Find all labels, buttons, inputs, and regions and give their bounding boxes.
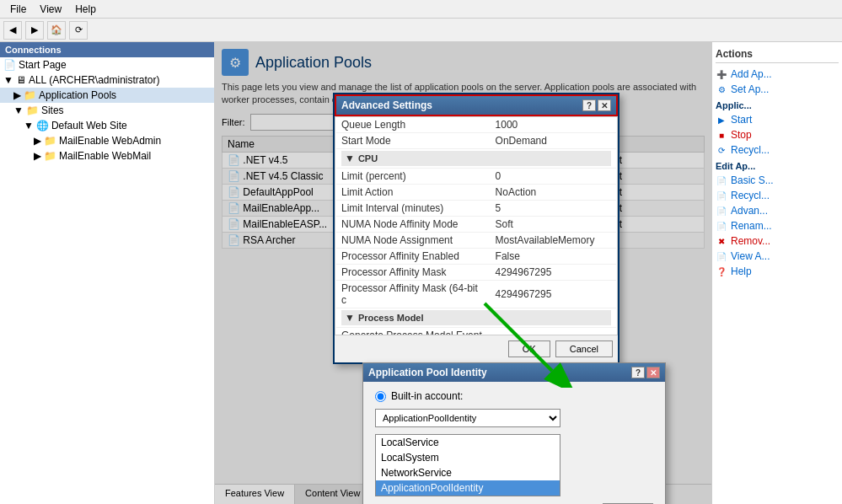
- action-add-app[interactable]: ➕ Add Ap...: [716, 67, 839, 82]
- settings-row: Processor Affinity Mask (64-bit c 429496…: [336, 281, 616, 308]
- help-icon: ❓: [716, 265, 727, 277]
- expand-icon: ▼: [3, 74, 13, 86]
- builtin-label: Built-in account:: [391, 390, 463, 402]
- doc-icon3: 📄: [716, 205, 727, 217]
- dialog-controls: ? ✕: [582, 99, 611, 111]
- settings-row: Limit Action NoAction: [336, 185, 616, 201]
- settings-row: Queue Length 1000: [336, 117, 616, 133]
- expand-icon: ▼: [13, 105, 24, 116]
- identity-dialog: Application Pool Identity ? ✕ Built-in a…: [362, 362, 666, 504]
- doc-icon2: 📄: [716, 190, 727, 201]
- remove-icon: ✖: [716, 235, 727, 247]
- doc-icon5: 📄: [716, 250, 727, 262]
- advanced-settings-dialog: Advanced Settings ? ✕ Queue Length 1000 …: [333, 93, 619, 364]
- home-button[interactable]: 🏠: [47, 21, 66, 40]
- advanced-settings-title-bar: Advanced Settings ? ✕: [335, 94, 618, 116]
- advanced-ok-button[interactable]: OK: [508, 340, 550, 357]
- list-item-apppoolidentity[interactable]: ApplicationPoolIdentity: [376, 480, 560, 496]
- action-view-apps[interactable]: 📄 View A...: [716, 249, 839, 264]
- settings-section-process: ▼ Process Model: [336, 308, 616, 328]
- actions-panel: Actions ➕ Add Ap... ⚙ Set Ap... Applic..…: [711, 42, 842, 504]
- settings-row: Generate Process Model Event I...: [336, 328, 616, 336]
- page-icon: 📄: [3, 59, 16, 71]
- settings-table: Queue Length 1000 Start Mode OnDemand ▼ …: [335, 117, 617, 335]
- refresh-button[interactable]: ⟳: [69, 21, 88, 40]
- globe-icon: 🌐: [36, 120, 49, 131]
- identity-dialog-controls: ? ✕: [631, 367, 660, 378]
- identity-body: Built-in account: LocalServiceLocalSyste…: [363, 382, 665, 504]
- settings-scroll[interactable]: Queue Length 1000 Start Mode OnDemand ▼ …: [335, 116, 618, 335]
- folder-icon: 📁: [26, 105, 39, 116]
- identity-help-button[interactable]: ?: [631, 367, 645, 378]
- settings-row: Limit (percent) 0: [336, 169, 616, 185]
- settings-row: NUMA Node Affinity Mode Soft: [336, 217, 616, 233]
- menu-view[interactable]: View: [33, 2, 68, 17]
- builtin-radio[interactable]: [375, 391, 386, 402]
- list-item-networkservice[interactable]: NetworkService: [376, 465, 560, 480]
- stop-icon: ■: [716, 129, 727, 141]
- folder-icon: 📁: [44, 135, 56, 147]
- section-title-applic: Applic...: [716, 97, 839, 112]
- advanced-settings-title: Advanced Settings: [341, 99, 432, 111]
- identity-title: Application Pool Identity: [368, 367, 487, 378]
- sidebar-item-app-pools[interactable]: ▶ 📁 Application Pools: [0, 88, 214, 103]
- settings-row: Start Mode OnDemand: [336, 133, 616, 149]
- dropdown-row: LocalServiceLocalSystemNetworkServiceApp…: [375, 409, 653, 427]
- settings-row: NUMA Node Assignment MostAvailableMemory: [336, 233, 616, 249]
- doc-icon: 📄: [716, 174, 727, 186]
- advanced-cancel-button[interactable]: Cancel: [555, 340, 613, 357]
- content-area: ⚙ Application Pools This page lets you v…: [215, 42, 711, 504]
- identity-close-button[interactable]: ✕: [646, 367, 660, 378]
- list-item-localsystem[interactable]: LocalSystem: [376, 450, 560, 465]
- action-remove[interactable]: ✖ Remov...: [716, 233, 839, 249]
- action-advanced[interactable]: 📄 Advan...: [716, 203, 839, 218]
- sidebar-item-sites[interactable]: ▼ 📁 Sites: [0, 103, 214, 118]
- builtin-account-dropdown[interactable]: LocalServiceLocalSystemNetworkServiceApp…: [375, 409, 560, 427]
- settings-row: Limit Interval (minutes) 5: [336, 201, 616, 217]
- sidebar: Connections 📄 Start Page ▼ 🖥 ALL (ARCHER…: [0, 42, 215, 504]
- actions-header: Actions: [716, 46, 839, 63]
- back-button[interactable]: ◀: [3, 21, 22, 40]
- expand-icon: ▶: [34, 135, 41, 147]
- doc-icon4: 📄: [716, 220, 727, 232]
- action-start[interactable]: ▶ Start: [716, 112, 839, 127]
- settings-section-cpu: ▼ CPU: [336, 149, 616, 169]
- server-icon: 🖥: [16, 74, 26, 86]
- menu-bar: File View Help: [0, 0, 842, 19]
- advanced-dialog-footer: OK Cancel: [335, 335, 618, 362]
- action-stop[interactable]: ■ Stop: [716, 127, 839, 142]
- action-recycle2[interactable]: 📄 Recycl...: [716, 188, 839, 203]
- menu-file[interactable]: File: [3, 2, 33, 17]
- identity-list: LocalService LocalSystem NetworkService …: [375, 434, 560, 496]
- add-icon: ➕: [716, 68, 727, 80]
- start-icon: ▶: [716, 114, 727, 126]
- action-basic-settings[interactable]: 📄 Basic S...: [716, 173, 839, 188]
- action-help[interactable]: ❓ Help: [716, 264, 839, 279]
- folder-icon: 📁: [24, 89, 36, 101]
- help-button[interactable]: ?: [582, 99, 596, 111]
- sidebar-item-server[interactable]: ▼ 🖥 ALL (ARCHER\administrator): [0, 72, 214, 88]
- action-set-app[interactable]: ⚙ Set Ap...: [716, 82, 839, 97]
- close-button[interactable]: ✕: [598, 99, 611, 111]
- sidebar-item-mailenable-webmail[interactable]: ▶ 📁 MailEnable WebMail: [0, 148, 214, 164]
- sidebar-item-mailenable-webadmin[interactable]: ▶ 📁 MailEnable WebAdmin: [0, 133, 214, 148]
- expand-icon: ▼: [24, 120, 34, 131]
- toolbar: ◀ ▶ 🏠 ⟳: [0, 19, 842, 42]
- sidebar-header: Connections: [0, 42, 214, 57]
- sidebar-item-default-web-site[interactable]: ▼ 🌐 Default Web Site: [0, 118, 214, 133]
- gear-icon: ⚙: [716, 83, 727, 95]
- list-item-localservice[interactable]: LocalService: [376, 435, 560, 450]
- builtin-radio-row: Built-in account:: [375, 390, 653, 402]
- expand-icon: ▶: [34, 150, 41, 162]
- action-rename[interactable]: 📄 Renam...: [716, 218, 839, 233]
- section-title-edit: Edit Ap...: [716, 158, 839, 173]
- sidebar-item-start-page[interactable]: 📄 Start Page: [0, 57, 214, 72]
- folder-icon: 📁: [44, 150, 56, 162]
- expand-icon: ▶: [13, 89, 21, 101]
- identity-title-bar: Application Pool Identity ? ✕: [363, 363, 665, 382]
- menu-help[interactable]: Help: [68, 2, 103, 17]
- settings-row: Processor Affinity Enabled False: [336, 249, 616, 265]
- forward-button[interactable]: ▶: [25, 21, 44, 40]
- action-recycle[interactable]: ⟳ Recycl...: [716, 142, 839, 158]
- settings-row: Processor Affinity Mask 4294967295: [336, 265, 616, 281]
